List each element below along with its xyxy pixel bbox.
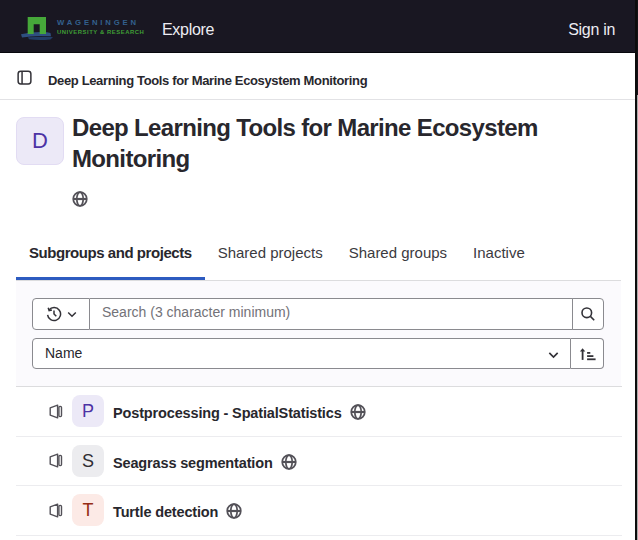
svg-text:UNIVERSITY & RESEARCH: UNIVERSITY & RESEARCH: [57, 29, 144, 35]
svg-text:WAGENINGEN: WAGENINGEN: [57, 18, 139, 27]
